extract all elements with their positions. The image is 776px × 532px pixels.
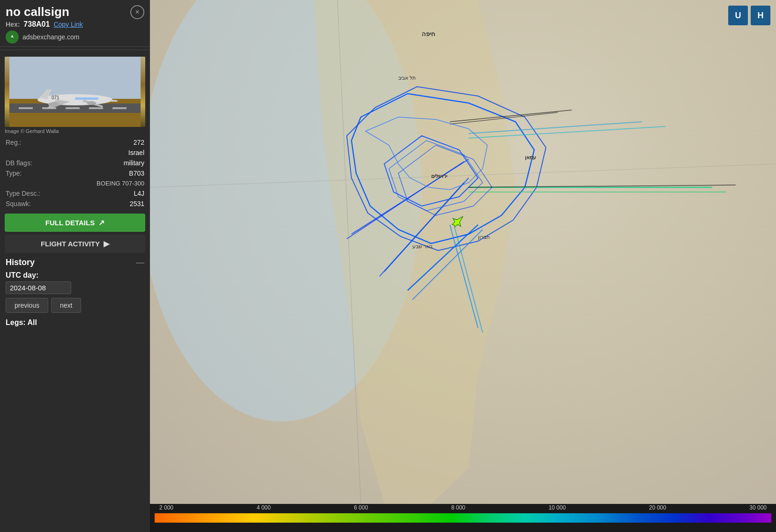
adsb-icon (8, 33, 16, 41)
svg-rect-7 (89, 107, 103, 109)
typedesc-row: Type Desc.: L4J (6, 188, 144, 199)
country-value: Israel (128, 149, 144, 156)
svg-rect-8 (112, 107, 127, 109)
close-icon: × (135, 8, 139, 16)
map-area: חיפה תל אביב ירושלים באר שבע עמאן חברון … (150, 0, 776, 532)
hex-label: Hex: (6, 21, 20, 28)
flight-activity-button[interactable]: FLIGHT ACTIVITY ▶ (5, 235, 145, 253)
squawk-label: Squawk: (6, 200, 31, 207)
aircraft-map-icon (445, 211, 469, 236)
close-button[interactable]: × (130, 5, 144, 19)
nav-buttons: previous next (6, 298, 144, 313)
legs-label: Legs: All (0, 316, 150, 327)
callsign-text: no callsign (6, 5, 69, 19)
aircraft-photo-svg: 071 (5, 57, 145, 127)
adsb-logo (6, 30, 19, 44)
arrow-right-icon: ▶ (104, 239, 109, 248)
svg-rect-12 (75, 97, 98, 100)
map-svg (150, 0, 776, 504)
map-btn-h[interactable]: H (751, 6, 770, 25)
date-input[interactable] (6, 281, 71, 294)
aircraft-symbol (445, 211, 469, 234)
typedesc-label: Type Desc.: (6, 190, 40, 197)
next-button[interactable]: next (51, 298, 81, 313)
left-panel: no callsign × Hex: 738A01 Copy Link adsb… (0, 0, 150, 532)
history-header: History — (6, 258, 144, 267)
full-details-button[interactable]: FULL DETAILS ↗ (5, 214, 145, 232)
map-controls: U H (728, 6, 770, 25)
svg-rect-4 (19, 107, 33, 109)
utc-label: UTC day: (6, 271, 144, 280)
map-btn-u[interactable]: U (728, 6, 748, 25)
alt-label-6: 30 000 (749, 504, 767, 511)
typedesc-value: L4J (134, 190, 144, 197)
type-full-row: BOEING 707-300 (6, 178, 144, 188)
alt-label-1: 4 000 (257, 504, 271, 511)
svg-rect-1 (9, 57, 141, 99)
adsb-domain: adsbexchange.com (22, 33, 79, 41)
external-icon: ↗ (98, 218, 104, 227)
flight-activity-label: FLIGHT ACTIVITY (41, 240, 100, 248)
reg-label: Reg.: (6, 139, 21, 146)
reg-value: 272 (134, 139, 144, 146)
reg-row: Reg.: 272 (6, 137, 144, 148)
aircraft-image-container: 071 Image © Gerhard Walla (0, 53, 150, 135)
history-section: History — UTC day: previous next (0, 253, 150, 316)
altitude-bar: 2 000 4 000 6 000 8 000 10 000 20 000 30… (150, 504, 776, 532)
history-collapse-button[interactable]: — (136, 258, 144, 267)
alt-label-0: 2 000 (159, 504, 173, 511)
dbflags-row: DB flags: military (6, 158, 144, 168)
alt-label-4: 10 000 (549, 504, 566, 511)
divider-1 (0, 50, 150, 50)
dbflags-value: military (124, 159, 144, 167)
history-title: History (6, 258, 35, 267)
squawk-row: Squawk: 2531 (6, 199, 144, 209)
image-credit: Image © Gerhard Walla (5, 127, 145, 135)
dbflags-label: DB flags: (6, 159, 32, 167)
type-full-value: BOEING 707-300 (97, 180, 144, 187)
full-details-label: FULL DETAILS (45, 219, 95, 227)
previous-button[interactable]: previous (6, 298, 48, 313)
country-row: Israel (6, 148, 144, 158)
hex-value: 738A01 (23, 20, 50, 29)
svg-point-11 (87, 101, 96, 105)
aircraft-image: 071 (5, 57, 145, 127)
copy-link-button[interactable]: Copy Link (53, 21, 82, 28)
altitude-gradient-container: 2 000 4 000 6 000 8 000 10 000 20 000 30… (155, 513, 771, 523)
altitude-gradient-bar (155, 513, 771, 523)
altitude-bar-labels: 2 000 4 000 6 000 8 000 10 000 20 000 30… (155, 504, 771, 511)
svg-text:071: 071 (52, 95, 60, 100)
svg-point-10 (48, 102, 60, 107)
svg-rect-6 (66, 107, 80, 109)
type-row: Type: B703 (6, 168, 144, 178)
type-value: B703 (129, 170, 144, 177)
panel-header: no callsign × Hex: 738A01 Copy Link adsb… (0, 0, 150, 47)
alt-label-5: 20 000 (649, 504, 666, 511)
aircraft-info: Reg.: 272 Israel DB flags: military Type… (0, 135, 150, 211)
squawk-value: 2531 (130, 200, 144, 207)
type-label: Type: (6, 170, 22, 177)
alt-label-3: 8 000 (451, 504, 465, 511)
alt-label-2: 6 000 (354, 504, 368, 511)
